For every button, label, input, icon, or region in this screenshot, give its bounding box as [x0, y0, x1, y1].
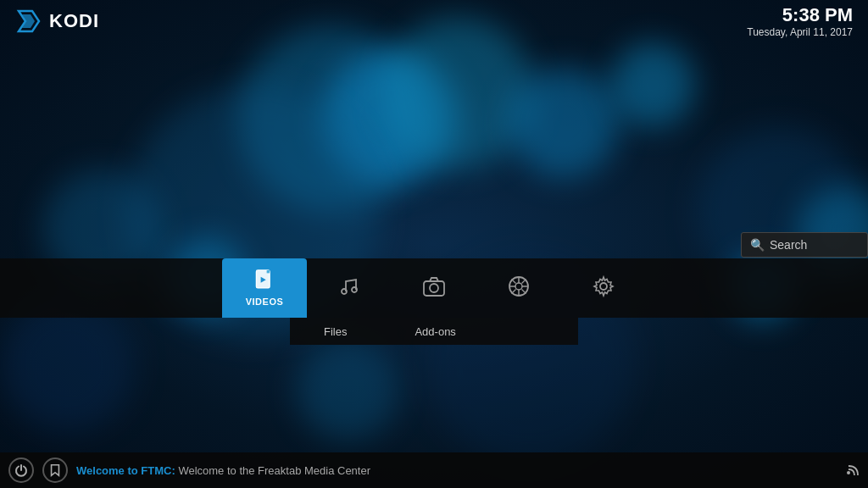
submenu-item-addons[interactable]: Add-ons: [381, 318, 489, 345]
music-icon: [337, 274, 361, 298]
power-icon: [14, 463, 28, 477]
kodi-logo: KODI: [15, 8, 99, 35]
svg-line-19: [522, 280, 526, 284]
svg-point-7: [342, 289, 347, 294]
svg-point-8: [352, 287, 357, 292]
svg-marker-1: [22, 14, 35, 28]
svg-line-18: [522, 290, 526, 294]
clock-date: Tuesday, April 11, 2017: [747, 26, 853, 38]
ticker-text: Welcome to FTMC: Welcome to the Freaktab…: [76, 464, 837, 477]
search-bar[interactable]: 🔍 Search: [741, 232, 868, 258]
bookmark-icon: [49, 463, 61, 477]
search-label: Search: [770, 238, 807, 252]
datetime-display: 5:38 PM Tuesday, April 11, 2017: [747, 4, 853, 38]
nav-item-videos[interactable]: VIDEOS: [222, 258, 307, 318]
app-name: KODI: [49, 10, 99, 32]
svg-point-21: [600, 283, 607, 290]
gear-icon: [592, 274, 615, 298]
svg-line-17: [512, 280, 516, 284]
main-nav: VIDEOS: [0, 258, 868, 318]
bookmark-button[interactable]: [42, 458, 68, 483]
search-icon: 🔍: [750, 238, 765, 252]
nav-item-programs[interactable]: [476, 258, 561, 318]
video-file-icon: [253, 269, 276, 293]
svg-rect-5: [267, 270, 270, 274]
ticker-message: Welcome to the Freaktab Media Center: [175, 464, 370, 477]
camera-icon: [422, 274, 446, 298]
bottom-bar: Welcome to FTMC: Welcome to the Freaktab…: [0, 452, 868, 488]
grid-icon: [507, 274, 531, 298]
nav-item-music[interactable]: [307, 258, 392, 318]
nav-label-videos: VIDEOS: [246, 297, 284, 307]
sub-menu-bar: Files Add-ons: [290, 318, 578, 345]
kodi-logo-icon: [15, 8, 42, 35]
svg-point-10: [430, 284, 438, 292]
background: [0, 0, 868, 488]
svg-line-20: [512, 290, 516, 294]
top-bar: KODI 5:38 PM Tuesday, April 11, 2017: [0, 0, 868, 42]
submenu-item-files[interactable]: Files: [290, 318, 381, 345]
ticker-brand: Welcome to FTMC:: [76, 464, 175, 477]
clock-time: 5:38 PM: [747, 4, 853, 26]
svg-point-12: [515, 283, 522, 290]
nav-item-photos[interactable]: [392, 258, 476, 318]
nav-item-settings[interactable]: [561, 258, 646, 318]
rss-icon: [846, 462, 860, 479]
power-button[interactable]: [8, 458, 34, 483]
svg-point-22: [847, 471, 850, 474]
